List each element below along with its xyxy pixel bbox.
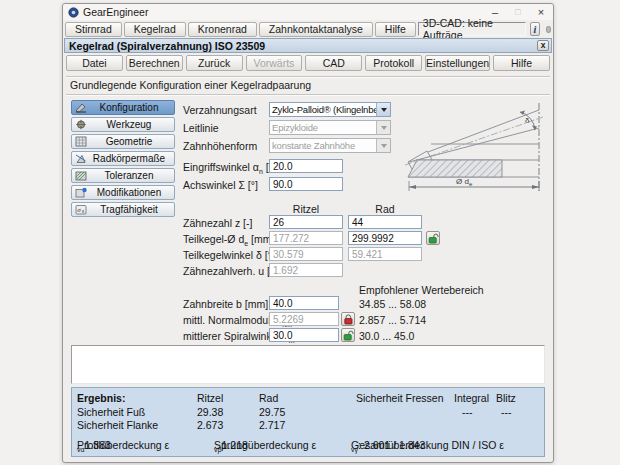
results-col-rad: Rad: [259, 392, 278, 404]
teilkegel-ritzel-field: 177.272: [269, 231, 343, 245]
bevel-gear-diagram: Ø de δ: [399, 101, 547, 195]
menu-hilfe[interactable]: Hilfe: [375, 22, 416, 37]
open-lock-icon: [343, 330, 354, 341]
sidebar-item-werkzeug[interactable]: Werkzeug: [71, 117, 175, 132]
zahnhoehenform-value: konstante Zahnhöhe: [270, 139, 376, 152]
menu-kegelrad[interactable]: Kegelrad: [124, 22, 186, 37]
cad-status-field: 3D-CAD: keine Aufträge: [418, 22, 527, 36]
teilkegel-lock-button[interactable]: [426, 231, 440, 245]
werkzeug-icon: [74, 119, 88, 131]
eingriffswinkel-input[interactable]: 20.0: [269, 159, 343, 173]
spiralwinkel-range: 30.0 ... 45.0: [359, 330, 414, 342]
menu-zahnkontaktanalyse[interactable]: Zahnkontaktanalyse: [259, 22, 373, 37]
sidebar-item-toleranzen[interactable]: Toleranzen: [71, 168, 175, 183]
menu-kronenrad[interactable]: Kronenrad: [188, 22, 257, 37]
pair-col-ritzel: Ritzel: [269, 203, 343, 215]
separator: [66, 76, 550, 78]
zaehnezahlverh-field: 1.692: [269, 263, 343, 277]
gesamtueberdeckung-value: Gesamtüberdeckung DIN / ISO εvγ: 2.601 /…: [351, 439, 425, 453]
zaehnezahl-rad-input[interactable]: 44: [348, 215, 422, 229]
sidebar-item-tragfaehigkeit[interactable]: σx Tragfähigkeit: [71, 202, 175, 217]
result-flanke-ritzel: 2.673: [197, 419, 223, 431]
result-row-label: Sicherheit Fuß: [77, 406, 145, 418]
frame-close-button[interactable]: x: [537, 40, 549, 51]
toolbar-datei-button[interactable]: Datei: [66, 55, 123, 71]
maximize-button[interactable]: □: [511, 7, 525, 18]
chevron-down-icon[interactable]: [376, 103, 390, 116]
result-fuss-rad: 29.75: [259, 406, 285, 418]
window-title: GearEngineer: [83, 6, 148, 18]
results-col-fressen: Sicherheit Fressen: [356, 392, 444, 404]
toolbar-vorwaerts-button: Vorwärts: [246, 55, 303, 71]
verzahnungsart-label: Verzahnungsart: [183, 104, 257, 116]
minimize-button[interactable]: –: [488, 7, 502, 18]
eingriffswinkel-label: Eingriffswinkel αn [°]: [183, 161, 276, 175]
separator: [66, 94, 550, 96]
zaehnezahl-label: Zähnezahl z [-]: [183, 217, 252, 229]
leitlinie-select: Epizykloide: [269, 120, 391, 135]
info-button[interactable]: i: [530, 22, 539, 36]
pair-col-rad: Rad: [348, 203, 422, 215]
main-menu-bar: Stirnrad Kegelrad Kronenrad Zahnkontakta…: [64, 20, 552, 38]
sidebar-item-modifikationen[interactable]: Modifikationen: [71, 185, 175, 200]
result-fuss-ritzel: 29.38: [197, 406, 223, 418]
menu-stirnrad[interactable]: Stirnrad: [65, 22, 122, 37]
sidebar-item-label: Werkzeug: [88, 119, 174, 130]
teilkegel-rad-input[interactable]: 299.9992: [348, 231, 422, 245]
zaehnezahl-ritzel-input[interactable]: 26: [269, 215, 343, 229]
message-box: [71, 345, 545, 384]
normalmodul-range: 2.857 ... 5.714: [359, 314, 426, 326]
frame-titlebar: Kegelrad (Spiralverzahnung) ISO 23509 x: [64, 38, 552, 53]
verzahnungsart-select[interactable]: Zyklo-Palloid® (Klingelnberg): [269, 102, 391, 117]
sidebar-item-label: Modifikationen: [88, 187, 174, 198]
range-header: Empfohlener Wertebereich: [359, 284, 484, 296]
results-col-blitz: Blitz: [496, 392, 516, 404]
zahnhoehenform-select: konstante Zahnhöhe: [269, 138, 391, 153]
sidebar: Konfiguration Werkzeug Geometrie Radkörp…: [71, 100, 175, 217]
frame-title: Kegelrad (Spiralverzahnung) ISO 23509: [69, 40, 265, 52]
spiralwinkel-input[interactable]: 30.0: [269, 328, 339, 342]
sprungueberdeckung-value: Sprungüberdeckung εvβ: 1.218: [214, 439, 222, 453]
status-line: Grundlegende Konfiguration einer Kegelra…: [70, 79, 311, 91]
normalmodul-field: 5.2269: [269, 312, 339, 326]
result-flanke-rad: 2.717: [259, 419, 285, 431]
toolbar: Datei Berechnen Zurück Vorwärts CAD Prot…: [64, 55, 552, 73]
achswinkel-input[interactable]: 90.0: [269, 177, 343, 191]
modifikationen-icon: [74, 187, 88, 199]
spiralwinkel-lock-button[interactable]: [341, 328, 355, 342]
results-col-ritzel: Ritzel: [197, 392, 223, 404]
toolbar-berechnen-button[interactable]: Berechnen: [126, 55, 183, 71]
result-fuss-integral: ---: [462, 406, 473, 418]
radkoerpermasse-icon: [74, 153, 88, 165]
status-indicator-dot: [546, 26, 551, 33]
sidebar-item-label: Konfiguration: [88, 102, 174, 113]
achswinkel-label: Achswinkel Σ [°]: [183, 179, 258, 191]
closed-lock-icon: [343, 314, 354, 325]
results-title: Ergebnis:: [77, 392, 125, 404]
profilueberdeckung-value: Profilüberdeckung εvα: 1.383: [77, 439, 85, 453]
sidebar-item-label: Radkörpermaße: [88, 153, 174, 164]
results-panel: Ergebnis: Ritzel Rad Sicherheit Fressen …: [71, 387, 545, 457]
toolbar-zurueck-button[interactable]: Zurück: [186, 55, 243, 71]
results-col-integral: Integral: [454, 392, 489, 404]
result-fuss-blitz: ---: [501, 406, 512, 418]
toolbar-protokoll-button[interactable]: Protokoll: [365, 55, 422, 71]
normalmodul-lock-button[interactable]: [341, 312, 355, 326]
chevron-down-icon: [376, 121, 390, 134]
toolbar-hilfe-button[interactable]: Hilfe: [493, 55, 550, 71]
svg-text:Ø de: Ø de: [456, 177, 473, 187]
toolbar-einstellungen-button[interactable]: Einstellungen: [425, 55, 490, 71]
toolbar-cad-button[interactable]: CAD: [305, 55, 362, 71]
sidebar-item-radkoerpermasse[interactable]: Radkörpermaße: [71, 151, 175, 166]
result-row-label: Sicherheit Flanke: [77, 419, 158, 431]
konfiguration-icon: [74, 102, 88, 114]
sidebar-item-geometrie[interactable]: Geometrie: [71, 134, 175, 149]
sidebar-item-konfiguration[interactable]: Konfiguration: [71, 100, 175, 115]
teilkegel-label: Teilkegel-Ø de [mm]: [183, 233, 274, 247]
app-window: GearEngineer – □ × Stirnrad Kegelrad Kro…: [62, 3, 554, 463]
close-button[interactable]: ×: [534, 7, 548, 18]
zaehnezahlverh-label: Zähnezahlverh. u [-]: [183, 265, 276, 277]
svg-text:δ: δ: [525, 116, 530, 125]
app-logo-icon: [68, 7, 79, 18]
zahnbreite-input[interactable]: 40.0: [269, 296, 339, 310]
